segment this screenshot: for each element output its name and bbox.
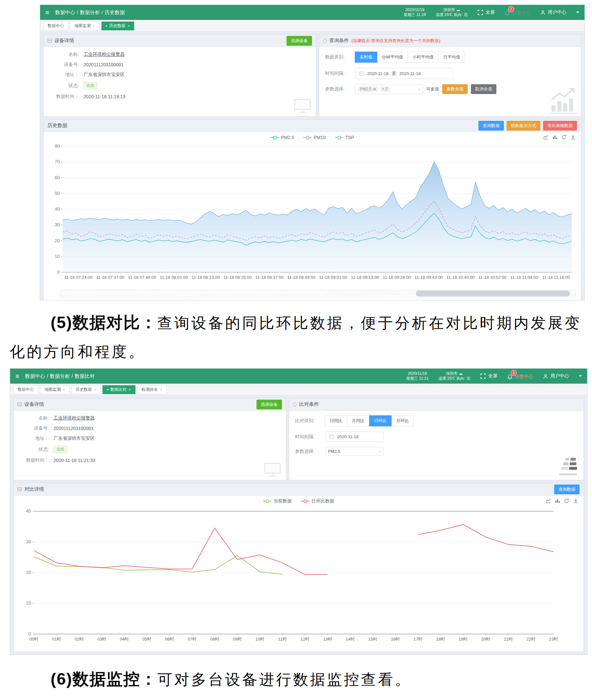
paragraph-data-monitor: (6)数据监控：可对多台设备进行数据监控查看。 bbox=[10, 665, 586, 694]
cancel-all-params-button[interactable]: 取消全选 bbox=[471, 84, 496, 94]
device-time-row: 数据时间：2020-11-18 11:19:13 bbox=[50, 94, 310, 100]
data-type-realtime[interactable]: 实时值 bbox=[355, 52, 377, 63]
user-center-button[interactable]: 用户中心 bbox=[543, 373, 569, 379]
close-icon[interactable]: × bbox=[63, 387, 65, 392]
date-input[interactable]: 2020-11-18 bbox=[325, 432, 384, 442]
legend-item-current[interactable]: 当前数据 bbox=[263, 498, 292, 504]
app-header: ≡ 数据中心 / 数据分析 / 数据比对 2020/11/18星期三 11:21… bbox=[10, 369, 587, 384]
switch-display-button[interactable]: 切换显示方式 bbox=[506, 121, 540, 131]
data-zoom-thumb[interactable] bbox=[416, 291, 570, 296]
close-icon[interactable]: × bbox=[93, 24, 95, 29]
chip-close-icon[interactable]: ⊗ bbox=[373, 87, 376, 91]
svg-text:40: 40 bbox=[26, 508, 31, 514]
compare-type-day-mom[interactable]: 日环比 bbox=[369, 415, 392, 426]
compare-icon bbox=[293, 403, 297, 406]
compare-chart-canvas[interactable]: 01020304000时01时02时03时04时05时06时07时08时09时1… bbox=[17, 505, 577, 648]
toggle-line-chart-icon[interactable] bbox=[546, 498, 551, 504]
svg-text:40: 40 bbox=[54, 206, 60, 212]
compare-type-day-yoy[interactable]: 日同比 bbox=[325, 415, 347, 426]
close-icon[interactable]: × bbox=[129, 387, 131, 392]
svg-text:11-18 09:13:00: 11-18 09:13:00 bbox=[351, 275, 379, 280]
chevron-down-icon bbox=[379, 449, 382, 453]
param-label: 参数选择: bbox=[295, 449, 320, 455]
menu-icon[interactable]: ≡ bbox=[45, 9, 49, 16]
fullscreen-button[interactable]: 全屏 bbox=[478, 9, 495, 15]
export-table-button[interactable]: 导出表格数据 bbox=[543, 121, 577, 131]
close-icon[interactable]: × bbox=[160, 387, 162, 392]
tab-data-compare[interactable]: ●数据比对× bbox=[102, 385, 135, 394]
legend-item-tsp[interactable]: TSP bbox=[335, 135, 354, 140]
chevron-down-icon[interactable] bbox=[579, 375, 582, 377]
legend-item-mom[interactable]: 日环比数据 bbox=[301, 498, 334, 504]
chevron-down-icon[interactable] bbox=[576, 11, 579, 13]
select-all-params-button[interactable]: 参数全选 bbox=[442, 84, 468, 94]
legend-marker-icon bbox=[335, 136, 343, 139]
calendar-icon bbox=[329, 434, 334, 439]
query-data-button[interactable]: 查询数据 bbox=[554, 484, 580, 494]
user-center-button[interactable]: 用户中心 bbox=[540, 9, 566, 15]
query-data-button[interactable]: 查询数据 bbox=[479, 121, 504, 131]
screenshot-data-compare: ≡ 数据中心 / 数据分析 / 数据比对 2020/11/18星期三 11:21… bbox=[10, 368, 587, 655]
svg-text:20时: 20时 bbox=[481, 637, 490, 642]
fullscreen-button[interactable]: 全屏 bbox=[480, 373, 497, 379]
svg-text:06时: 06时 bbox=[165, 637, 174, 642]
device-status-row: 状态:在线 bbox=[19, 446, 280, 453]
download-icon[interactable] bbox=[573, 498, 578, 504]
svg-text:09时: 09时 bbox=[233, 637, 242, 642]
svg-text:11-18 11:04:00: 11-18 11:04:00 bbox=[510, 275, 539, 280]
legend-item-pm25[interactable]: PM2.5 bbox=[270, 135, 294, 140]
data-type-hour-avg[interactable]: 小时平均值 bbox=[408, 52, 439, 63]
chart-toolbox bbox=[543, 135, 576, 140]
tab-data-center[interactable]: 数据中心 bbox=[43, 21, 68, 30]
alarm-center-label: 告警中心 bbox=[512, 10, 530, 16]
stats-growth-icon bbox=[549, 86, 578, 114]
svg-text:10: 10 bbox=[54, 254, 60, 259]
compare-type-month-yoy[interactable]: 月同比 bbox=[347, 415, 369, 426]
status-badge: 在线 bbox=[84, 82, 97, 89]
compare-type-month-mom[interactable]: 月环比 bbox=[391, 415, 414, 426]
tab-history-data[interactable]: ●历史数据× bbox=[101, 21, 134, 30]
param-select[interactable]: PM2.5 bbox=[325, 447, 384, 456]
toggle-bar-chart-icon[interactable] bbox=[555, 498, 560, 504]
toggle-bar-chart-icon[interactable] bbox=[552, 135, 557, 140]
data-type-minute-avg[interactable]: 分钟平均值 bbox=[377, 52, 408, 63]
close-icon[interactable]: × bbox=[127, 24, 130, 29]
download-icon[interactable] bbox=[571, 135, 576, 140]
data-type-day-avg[interactable]: 日平均值 bbox=[438, 52, 465, 63]
data-zoom-slider[interactable] bbox=[60, 290, 576, 297]
tab-data-center[interactable]: 数据中心 bbox=[13, 385, 38, 394]
select-device-button[interactable]: 选择设备 bbox=[287, 36, 312, 46]
device-time-row: 数据时间：2020-11-18 11:21:33 bbox=[19, 457, 280, 463]
legend-item-pm10[interactable]: PM10 bbox=[303, 135, 326, 140]
user-center-label: 用户中心 bbox=[551, 373, 569, 379]
header-weather: 深圳市 ☁温度:25℃ 风向: 北 bbox=[438, 371, 470, 381]
tab-map-monitor[interactable]: 地图监测× bbox=[70, 21, 100, 30]
close-icon[interactable]: × bbox=[94, 387, 97, 392]
param-extra-count: + 2 bbox=[380, 86, 390, 92]
alarm-center-button[interactable]: 5 告警中心 bbox=[507, 373, 533, 380]
date-value: 2020-11-18 bbox=[337, 434, 359, 439]
svg-text:11-18 08:49:00: 11-18 08:49:00 bbox=[287, 275, 315, 280]
restore-icon[interactable] bbox=[564, 498, 569, 504]
data-type-group: 实时值 分钟平均值 小时平均值 日平均值 bbox=[355, 52, 465, 63]
svg-text:0: 0 bbox=[57, 269, 60, 275]
restore-icon[interactable] bbox=[561, 135, 566, 140]
device-name[interactable]: 工业环境粉尘报警器 bbox=[53, 415, 95, 421]
history-chart-canvas[interactable]: 0102030405060708011-18 07:24:0011-18 07:… bbox=[47, 142, 576, 288]
chart-legend: 当前数据 日环比数据 bbox=[17, 497, 580, 505]
device-name[interactable]: 工业环境粉尘报警器 bbox=[84, 52, 125, 57]
toggle-line-chart-icon[interactable] bbox=[543, 135, 548, 140]
user-icon bbox=[540, 10, 546, 15]
panel-title: 比对条件 bbox=[299, 401, 319, 408]
svg-text:11-18 10:52:00: 11-18 10:52:00 bbox=[479, 275, 507, 280]
param-select[interactable]: PM2.5⊗ + 2 bbox=[355, 84, 423, 94]
tab-detect-ranking[interactable]: 检测排名× bbox=[137, 385, 167, 394]
menu-icon[interactable]: ≡ bbox=[15, 373, 19, 380]
tab-history-data[interactable]: 历史数据× bbox=[71, 385, 101, 394]
alarm-center-button[interactable]: 7 告警中心 bbox=[504, 9, 530, 16]
svg-text:11-18 07:37:00: 11-18 07:37:00 bbox=[96, 275, 124, 280]
select-device-button[interactable]: 选择设备 bbox=[256, 400, 282, 409]
fullscreen-icon bbox=[480, 373, 486, 379]
tab-map-monitor[interactable]: 地图监测× bbox=[40, 385, 69, 394]
date-range-input[interactable]: 2020-11-18 至 2020-11-18 bbox=[355, 68, 453, 79]
